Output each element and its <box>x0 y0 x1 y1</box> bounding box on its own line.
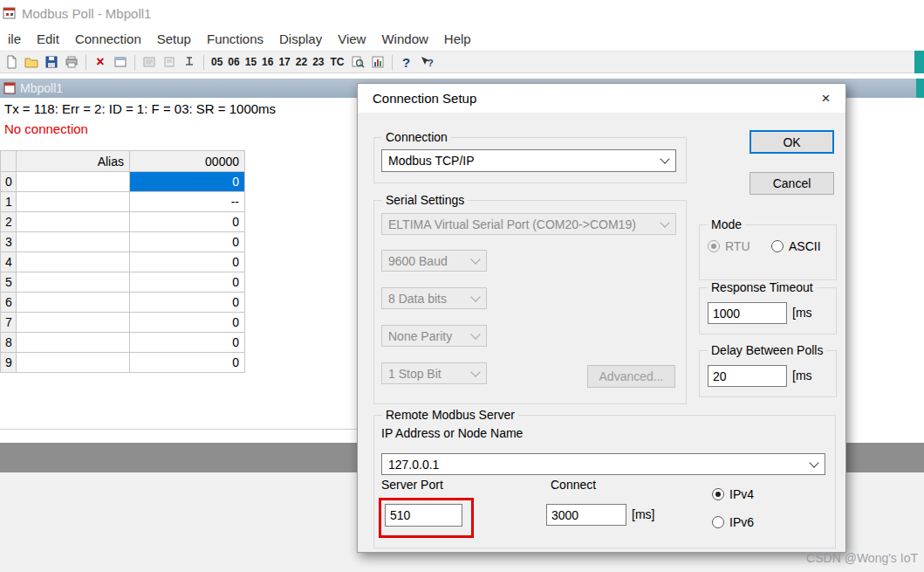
alias-cell[interactable] <box>17 293 130 313</box>
toolbar-separator <box>134 55 135 70</box>
rtu-radio-circle <box>708 240 720 252</box>
row-header[interactable]: 7 <box>0 313 17 333</box>
window-icon[interactable] <box>111 52 130 72</box>
menu-setup[interactable]: Setup <box>149 28 199 50</box>
row-header[interactable]: 2 <box>0 212 17 232</box>
remote-server-label: Remote Modbus Server <box>382 408 518 422</box>
col-header-00000: 00000 <box>130 150 245 172</box>
advanced-button: Advanced... <box>587 365 675 388</box>
connect-timeout-input[interactable] <box>546 504 626 526</box>
fn-05-button[interactable]: 05 <box>209 56 225 68</box>
row-header[interactable]: 5 <box>0 272 17 293</box>
delay-input[interactable] <box>708 365 787 387</box>
tc-button[interactable]: TC <box>328 56 347 68</box>
alias-cell[interactable] <box>17 232 130 252</box>
menu-edit[interactable]: Edit <box>29 28 67 50</box>
value-cell[interactable]: 0 <box>130 172 245 192</box>
context-help-icon[interactable]: ? <box>417 52 436 72</box>
ipv6-radio-circle <box>712 516 724 528</box>
grid-header: Alias00000 <box>0 150 245 172</box>
menu-connection[interactable]: Connection <box>67 28 149 50</box>
value-cell[interactable]: 0 <box>130 232 245 252</box>
stop-bits-select: 1 Stop Bit <box>381 362 487 384</box>
find-icon[interactable] <box>348 52 367 72</box>
close-icon[interactable]: × <box>806 84 845 113</box>
alias-cell[interactable] <box>17 172 130 192</box>
fn-15-button[interactable]: 15 <box>243 56 259 68</box>
desktop-strip <box>914 51 924 73</box>
alias-cell[interactable] <box>17 353 130 373</box>
chevron-down-icon <box>470 367 480 376</box>
save-icon[interactable] <box>42 52 61 72</box>
document-icon <box>3 82 16 94</box>
fn-16-button[interactable]: 16 <box>259 56 276 68</box>
value-cell[interactable]: 0 <box>130 272 245 293</box>
ip-address-label: IP Address or Node Name <box>381 426 523 440</box>
server-port-input[interactable] <box>385 504 462 527</box>
parity-value: None Parity <box>388 329 452 343</box>
row-header[interactable]: 3 <box>0 232 17 252</box>
grid-row: 90 <box>0 353 245 373</box>
value-cell[interactable]: 0 <box>130 333 245 353</box>
pin-icon[interactable] <box>180 52 199 72</box>
value-cell[interactable]: 0 <box>130 212 245 232</box>
row-header[interactable]: 0 <box>0 172 17 192</box>
menu-window[interactable]: Window <box>373 28 435 50</box>
delay-unit: [ms <box>792 369 812 382</box>
alias-cell[interactable] <box>17 252 130 272</box>
print-icon[interactable] <box>62 52 81 72</box>
ascii-label: ASCII <box>789 239 821 253</box>
row-header[interactable]: 6 <box>0 293 17 313</box>
ipv4-radio[interactable]: IPv4 <box>712 487 754 501</box>
alias-cell[interactable] <box>17 272 130 293</box>
menu-ile[interactable]: ile <box>0 28 29 50</box>
help-icon[interactable]: ? <box>397 52 416 72</box>
alias-cell[interactable] <box>17 313 130 333</box>
connection-type-select[interactable]: Modbus TCP/IP <box>381 149 676 172</box>
chart-icon[interactable] <box>368 52 387 72</box>
fn-06-button[interactable]: 06 <box>225 56 242 68</box>
value-cell[interactable]: -- <box>130 192 245 212</box>
alias-cell[interactable] <box>17 212 130 232</box>
value-cell[interactable]: 0 <box>130 353 245 373</box>
connection-type-value: Modbus TCP/IP <box>388 154 475 168</box>
app-title: Modbus Poll - Mbpoll1 <box>22 6 151 21</box>
menu-functions[interactable]: Functions <box>199 28 271 50</box>
row-header[interactable]: 8 <box>0 333 17 353</box>
menu-view[interactable]: View <box>330 28 373 50</box>
row-header[interactable]: 4 <box>0 252 17 272</box>
row-header[interactable]: 9 <box>0 353 17 373</box>
fn-23-button[interactable]: 23 <box>310 56 326 68</box>
rtu-label: RTU <box>725 239 750 253</box>
dialog-titlebar[interactable]: Connection Setup <box>358 84 845 113</box>
data-bits-select: 8 Data bits <box>381 287 487 309</box>
grid-row: 50 <box>0 272 245 293</box>
rtu-radio: RTU <box>708 239 750 253</box>
connect-label: Connect <box>551 478 596 492</box>
value-cell[interactable]: 0 <box>130 252 245 272</box>
serial-port-select: ELTIMA Virtual Serial Port (COM20->COM19… <box>381 213 676 235</box>
menu-display[interactable]: Display <box>271 28 330 50</box>
new-icon[interactable] <box>2 52 21 72</box>
menu-help[interactable]: Help <box>436 28 479 50</box>
disconnect-icon[interactable]: × <box>91 52 110 72</box>
ip-address-select[interactable]: 127.0.0.1 <box>381 453 825 475</box>
fn-22-button[interactable]: 22 <box>293 56 310 68</box>
row-header[interactable]: 1 <box>0 192 17 212</box>
alias-cell[interactable] <box>17 192 130 212</box>
chevron-down-icon <box>809 458 818 467</box>
ipv6-radio[interactable]: IPv6 <box>712 515 754 529</box>
response-timeout-label: Response Timeout <box>708 280 817 294</box>
chevron-down-icon <box>470 292 480 301</box>
response-timeout-input[interactable] <box>708 302 787 324</box>
serial-settings-label: Serial Settings <box>382 193 468 207</box>
open-icon[interactable] <box>22 52 41 72</box>
value-cell[interactable]: 0 <box>130 313 245 333</box>
fn-17-button[interactable]: 17 <box>276 56 292 68</box>
cancel-button[interactable]: Cancel <box>749 172 834 195</box>
ascii-radio[interactable]: ASCII <box>771 239 821 253</box>
value-cell[interactable]: 0 <box>130 293 245 313</box>
document-title: Mbpoll1 <box>20 81 63 95</box>
ok-button[interactable]: OK <box>749 130 834 154</box>
alias-cell[interactable] <box>17 333 130 353</box>
